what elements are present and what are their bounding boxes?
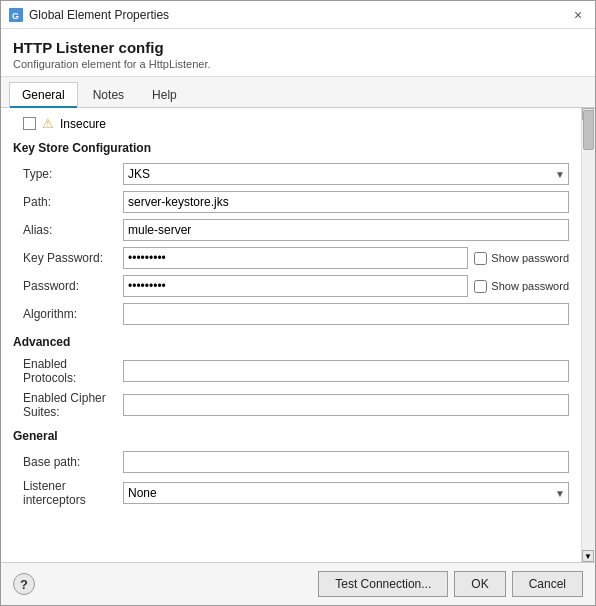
alias-input[interactable]: [123, 219, 569, 241]
algorithm-row: Algorithm:: [13, 303, 569, 325]
window-title: Global Element Properties: [29, 8, 169, 22]
title-bar-left: G Global Element Properties: [9, 8, 169, 22]
show-key-password-label: Show password: [491, 252, 569, 264]
show-password-wrapper[interactable]: Show password: [474, 280, 569, 293]
general-section-header: General: [13, 429, 569, 443]
header-subtitle: Configuration element for a HttpListener…: [13, 58, 583, 70]
enabled-cipher-suites-label: Enabled Cipher Suites:: [23, 391, 123, 419]
algorithm-label: Algorithm:: [23, 307, 123, 321]
scrollbar[interactable]: ▲ ▼: [581, 108, 595, 562]
listener-interceptors-label: Listener interceptors: [23, 479, 123, 507]
insecure-checkbox[interactable]: [23, 117, 36, 130]
base-path-label: Base path:: [23, 455, 123, 469]
algorithm-input[interactable]: [123, 303, 569, 325]
path-input[interactable]: [123, 191, 569, 213]
tab-general[interactable]: General: [9, 82, 78, 108]
type-label: Type:: [23, 167, 123, 181]
ok-button[interactable]: OK: [454, 571, 505, 597]
enabled-protocols-label: Enabled Protocols:: [23, 357, 123, 385]
password-row: Password: Show password: [13, 275, 569, 297]
show-password-checkbox[interactable]: [474, 280, 487, 293]
enabled-cipher-suites-input[interactable]: [123, 394, 569, 416]
password-input[interactable]: [123, 275, 468, 297]
tab-help[interactable]: Help: [139, 82, 190, 108]
close-button[interactable]: ×: [569, 6, 587, 24]
type-select-wrapper: JKS ▼: [123, 163, 569, 185]
advanced-section-header: Advanced: [13, 335, 569, 349]
header-section: HTTP Listener config Configuration eleme…: [1, 29, 595, 76]
test-connection-button[interactable]: Test Connection...: [318, 571, 448, 597]
type-select[interactable]: JKS: [123, 163, 569, 185]
key-store-section-header: Key Store Configuration: [13, 141, 569, 155]
key-password-label: Key Password:: [23, 251, 123, 265]
base-path-row: Base path:: [13, 451, 569, 473]
scrollbar-down-button[interactable]: ▼: [582, 550, 594, 562]
type-row: Type: JKS ▼: [13, 163, 569, 185]
show-password-label: Show password: [491, 280, 569, 292]
path-label: Path:: [23, 195, 123, 209]
base-path-input[interactable]: [123, 451, 569, 473]
tab-notes[interactable]: Notes: [80, 82, 137, 108]
header-title: HTTP Listener config: [13, 39, 583, 56]
show-key-password-wrapper[interactable]: Show password: [474, 252, 569, 265]
dialog: G Global Element Properties × HTTP Liste…: [0, 0, 596, 606]
tabs-bar: General Notes Help: [1, 76, 595, 108]
password-field-row: Show password: [123, 275, 569, 297]
content-inner: ⚠ Insecure Key Store Configuration Type:…: [1, 108, 581, 562]
scrollbar-thumb[interactable]: [583, 110, 594, 150]
listener-interceptors-wrapper: None ▼: [123, 482, 569, 504]
alias-row: Alias:: [13, 219, 569, 241]
footer-left: ?: [13, 573, 35, 595]
advanced-section: Advanced Enabled Protocols: Enabled Ciph…: [13, 335, 569, 419]
app-icon: G: [9, 8, 23, 22]
key-password-field-row: Show password: [123, 247, 569, 269]
warning-icon: ⚠: [42, 116, 54, 131]
password-label: Password:: [23, 279, 123, 293]
cancel-button[interactable]: Cancel: [512, 571, 583, 597]
content-scroll: ⚠ Insecure Key Store Configuration Type:…: [1, 108, 595, 562]
enabled-protocols-input[interactable]: [123, 360, 569, 382]
listener-interceptors-select[interactable]: None: [123, 482, 569, 504]
show-key-password-checkbox[interactable]: [474, 252, 487, 265]
title-bar: G Global Element Properties ×: [1, 1, 595, 29]
key-password-input[interactable]: [123, 247, 468, 269]
footer: ? Test Connection... OK Cancel: [1, 562, 595, 605]
path-row: Path:: [13, 191, 569, 213]
general-section: General Base path: Listener interceptors…: [13, 429, 569, 507]
footer-right: Test Connection... OK Cancel: [318, 571, 583, 597]
alias-label: Alias:: [23, 223, 123, 237]
insecure-label: Insecure: [60, 117, 106, 131]
enabled-protocols-row: Enabled Protocols:: [13, 357, 569, 385]
listener-interceptors-row: Listener interceptors None ▼: [13, 479, 569, 507]
svg-text:G: G: [12, 11, 19, 21]
key-password-row: Key Password: Show password: [13, 247, 569, 269]
enabled-cipher-suites-row: Enabled Cipher Suites:: [13, 391, 569, 419]
insecure-row: ⚠ Insecure: [13, 116, 569, 131]
help-button[interactable]: ?: [13, 573, 35, 595]
